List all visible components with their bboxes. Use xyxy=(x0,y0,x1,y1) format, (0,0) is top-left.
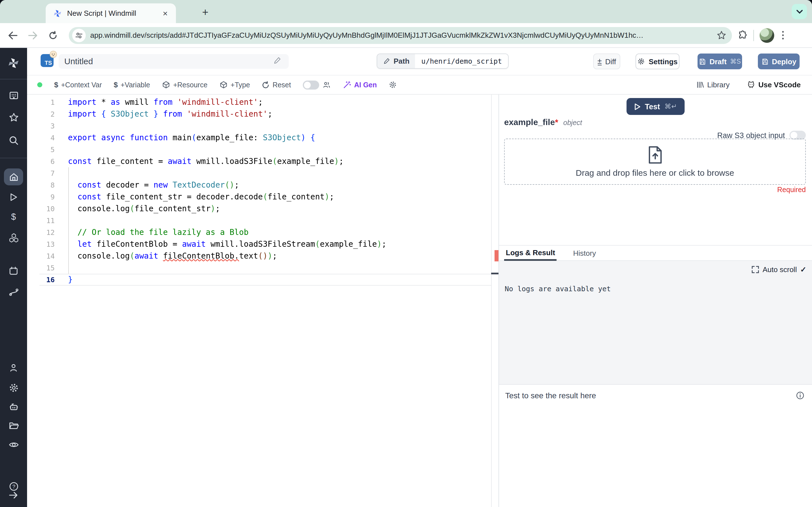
code-line[interactable]: export async function main(example_file:… xyxy=(68,131,387,144)
back-button[interactable] xyxy=(4,27,20,43)
gear-icon xyxy=(638,57,645,65)
code-line[interactable]: } xyxy=(68,274,387,285)
code-line[interactable] xyxy=(68,120,387,131)
code-line[interactable]: import * as wmill from 'windmill-client'… xyxy=(68,96,387,108)
line-number: 7 xyxy=(27,167,55,179)
auto-scroll-label: Auto scroll xyxy=(763,265,797,274)
script-header: TS Untitled Path u/henri/demo_script xyxy=(27,48,812,75)
add-context-var-label: +Context Var xyxy=(61,81,102,89)
sidebar-item-settings[interactable] xyxy=(0,379,27,397)
code-line[interactable]: // Or load the file lazily as a Blob xyxy=(68,226,387,238)
info-icon[interactable] xyxy=(796,391,805,400)
auto-scroll-check: ✓ xyxy=(800,265,806,274)
settings-button[interactable]: Settings xyxy=(636,54,679,69)
code-line[interactable] xyxy=(68,214,387,226)
sidebar-item-routes[interactable] xyxy=(0,283,27,301)
sidebar-item-schedules[interactable] xyxy=(0,262,27,280)
path-widget[interactable]: Path u/henri/demo_script xyxy=(377,54,509,69)
dollar-icon: $ xyxy=(54,80,58,89)
sidebar-item-account[interactable] xyxy=(0,359,27,377)
tab-history[interactable]: History xyxy=(571,245,598,260)
workspace-icon[interactable] xyxy=(0,86,27,104)
favorites-star-icon[interactable] xyxy=(0,108,27,126)
windmill-logo[interactable] xyxy=(0,54,27,72)
script-title-input[interactable]: Untitled xyxy=(59,54,289,69)
ai-gen-button[interactable]: AI Gen xyxy=(343,80,377,89)
edit-title-pencil-icon[interactable] xyxy=(273,56,282,65)
code-line[interactable]: const file_content_str = decoder.decode(… xyxy=(68,191,387,203)
code-lines[interactable]: import * as wmill from 'windmill-client'… xyxy=(68,96,387,285)
code-line[interactable]: console.log(file_content_str); xyxy=(68,203,387,214)
code-line[interactable] xyxy=(68,262,387,274)
no-logs-message: No logs are available yet xyxy=(505,284,611,293)
code-line[interactable]: const decoder = new TextDecoder(); xyxy=(68,179,387,191)
code-line[interactable]: const file_content = await wmill.loadS3F… xyxy=(68,155,387,167)
forward-button[interactable] xyxy=(25,27,41,43)
extensions-icon[interactable] xyxy=(738,30,748,40)
tab-logs-result[interactable]: Logs & Result xyxy=(504,245,557,261)
site-settings-icon[interactable] xyxy=(72,29,86,42)
code-line[interactable]: let fileContentBlob = await wmill.loadS3… xyxy=(68,238,387,250)
search-icon[interactable] xyxy=(0,131,27,149)
add-resource-button[interactable]: +Resource xyxy=(162,80,207,89)
line-number: 6 xyxy=(27,155,55,167)
result-tabs: Logs & Result History xyxy=(499,245,812,261)
dropzone-text: Drag and drop files here or click to bro… xyxy=(576,168,734,177)
bookmark-star-icon[interactable] xyxy=(717,31,726,40)
reset-label: Reset xyxy=(273,81,291,89)
add-type-button[interactable]: +Type xyxy=(219,80,250,89)
url-text: app.windmill.dev/scripts/add#JTdCJTIyaGF… xyxy=(90,31,717,40)
line-number: 14 xyxy=(27,250,55,262)
windmill-favicon xyxy=(53,9,62,18)
code-line[interactable]: console.log(await fileContentBlob.text()… xyxy=(68,250,387,262)
tab-title: New Script | Windmill xyxy=(67,9,160,17)
editor-settings-button[interactable] xyxy=(389,80,397,89)
add-variable-button[interactable]: $ +Variable xyxy=(114,80,150,89)
code-line[interactable]: import { S3Object } from 'windmill-clien… xyxy=(68,108,387,120)
new-tab-button[interactable]: + xyxy=(199,6,212,19)
bun-runtime-icon xyxy=(50,51,57,58)
sidebar-item-resources[interactable] xyxy=(0,229,27,247)
browser-tab[interactable]: New Script | Windmill × xyxy=(46,3,176,23)
reset-button[interactable]: Reset xyxy=(262,81,291,89)
package-icon xyxy=(162,80,170,89)
add-context-var-button[interactable]: $ +Context Var xyxy=(54,80,102,89)
browser-menu-icon[interactable] xyxy=(780,29,786,42)
reload-button[interactable] xyxy=(45,27,61,43)
overview-ruler[interactable] xyxy=(491,95,499,507)
sidebar-item-home[interactable] xyxy=(0,168,27,186)
draft-label: Draft xyxy=(709,57,726,66)
add-variable-label: +Variable xyxy=(121,81,150,89)
use-vscode-button[interactable]: Use VScode xyxy=(747,80,801,89)
address-bar[interactable]: app.windmill.dev/scripts/add#JTdCJTIyaGF… xyxy=(69,27,732,44)
file-upload-icon xyxy=(647,146,663,164)
tab-close-icon[interactable]: × xyxy=(160,8,170,18)
result-area: Test to see the result here xyxy=(499,384,812,507)
library-label: Library xyxy=(707,80,730,89)
window-chevron-button[interactable] xyxy=(792,4,807,19)
code-editor[interactable]: 12345678910111213141516 import * as wmil… xyxy=(27,95,499,507)
sidebar-item-workers[interactable] xyxy=(0,398,27,416)
sidebar-item-runs[interactable] xyxy=(0,188,27,206)
multiplayer-toggle[interactable] xyxy=(303,80,319,89)
sidebar-item-audit-logs[interactable] xyxy=(0,436,27,453)
line-number: 8 xyxy=(27,179,55,191)
sidebar-collapse-arrow-icon[interactable] xyxy=(0,486,27,504)
sidebar-item-folders[interactable] xyxy=(0,416,27,434)
line-number: 3 xyxy=(27,120,55,131)
deploy-button[interactable]: Deploy xyxy=(758,54,800,69)
code-line[interactable] xyxy=(68,144,387,155)
draft-button[interactable]: Draft ⌘S xyxy=(698,54,742,69)
path-value: u/henri/demo_script xyxy=(415,54,508,68)
file-dropzone[interactable]: Drag and drop files here or click to bro… xyxy=(504,138,806,185)
profile-avatar[interactable] xyxy=(760,28,774,43)
diff-button[interactable]: ± Diff xyxy=(593,54,620,69)
test-button[interactable]: Test ⌘↵ xyxy=(626,98,685,115)
line-number: 4 xyxy=(27,131,55,144)
code-line[interactable] xyxy=(68,167,387,179)
app-sidebar: $ xyxy=(0,48,27,507)
auto-scroll-control[interactable]: Auto scroll ✓ xyxy=(752,265,806,274)
chevron-down-icon xyxy=(796,9,803,14)
sidebar-item-variables[interactable]: $ xyxy=(0,208,27,226)
library-button[interactable]: Library xyxy=(696,80,730,89)
